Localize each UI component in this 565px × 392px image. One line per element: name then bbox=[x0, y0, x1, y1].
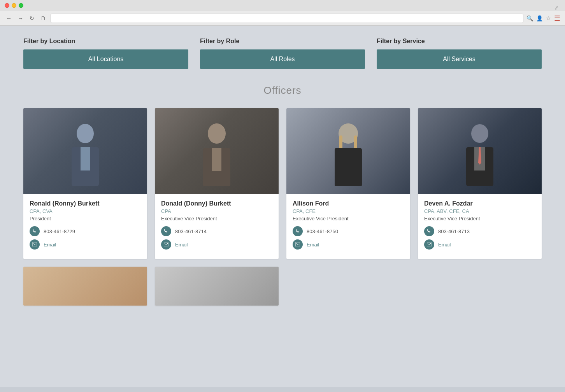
officer-phone-text-0: 803-461-8729 bbox=[44, 229, 75, 234]
officer-card-0: Ronald (Ronny) Burkett CPA, CVA Presiden… bbox=[23, 108, 147, 259]
officer-name-3: Deven A. Fozdar bbox=[424, 200, 535, 207]
svg-point-13 bbox=[471, 124, 488, 143]
officer-email-3[interactable]: Email bbox=[424, 239, 535, 250]
officer-phone-text-1: 803-461-8714 bbox=[175, 229, 207, 234]
officer-card-partial-1 bbox=[155, 267, 279, 306]
officer-credentials-0: CPA, CVA bbox=[30, 208, 141, 214]
officer-title-2: Executive Vice President bbox=[293, 216, 404, 221]
address-bar[interactable] bbox=[51, 14, 523, 23]
officer-phone-3: 803-461-8713 bbox=[424, 226, 535, 236]
officers-grid: Ronald (Ronny) Burkett CPA, CVA Presiden… bbox=[23, 108, 542, 259]
officer-title-3: Executive Vice President bbox=[424, 216, 535, 221]
traffic-light-green[interactable] bbox=[19, 3, 23, 8]
officer-email-0[interactable]: Email bbox=[30, 239, 141, 250]
forward-button[interactable]: → bbox=[16, 14, 25, 22]
email-icon-2 bbox=[293, 239, 303, 250]
browser-titlebar: ⤢ bbox=[0, 0, 565, 11]
officer-email-text-1[interactable]: Email bbox=[175, 242, 188, 248]
officer-card-partial-0 bbox=[23, 267, 147, 306]
officer-email-text-0[interactable]: Email bbox=[44, 242, 56, 248]
phone-icon-0 bbox=[30, 226, 40, 236]
officer-phone-text-2: 803-461-8750 bbox=[307, 229, 338, 234]
back-button[interactable]: ← bbox=[5, 14, 13, 22]
phone-icon-2 bbox=[293, 226, 303, 236]
officers-title: Officers bbox=[23, 84, 542, 97]
officer-info-3: Deven A. Fozdar CPA, ABV, CFE, CA Execut… bbox=[418, 194, 542, 259]
svg-rect-16 bbox=[474, 147, 485, 171]
refresh-button[interactable]: ↻ bbox=[28, 14, 36, 22]
browser-icons: 🔍 👤 ☆ ☰ bbox=[526, 14, 560, 23]
officer-name-2: Allison Ford bbox=[293, 200, 404, 207]
svg-rect-6 bbox=[212, 148, 221, 171]
browser-chrome: ⤢ ← → ↻ 🗋 🔍 👤 ☆ ☰ bbox=[0, 0, 565, 26]
officer-email-text-3[interactable]: Email bbox=[438, 242, 451, 248]
page-content: Filter by Location All Locations Filter … bbox=[0, 26, 565, 387]
officer-credentials-3: CPA, ABV, CFE, CA bbox=[424, 208, 535, 214]
officer-title-1: Executive Vice President bbox=[161, 216, 272, 221]
filter-location-group: Filter by Location All Locations bbox=[23, 38, 188, 69]
email-icon-3 bbox=[424, 239, 434, 250]
email-icon-1 bbox=[161, 239, 171, 250]
svg-rect-2 bbox=[81, 147, 90, 171]
officer-name-1: Donald (Donny) Burkett bbox=[161, 200, 272, 207]
officer-email-text-2[interactable]: Email bbox=[307, 242, 319, 248]
officer-phone-2: 803-461-8750 bbox=[293, 226, 404, 236]
svg-point-0 bbox=[77, 124, 94, 143]
officer-phone-1: 803-461-8714 bbox=[161, 226, 272, 236]
officer-phone-text-3: 803-461-8713 bbox=[438, 229, 470, 234]
filter-location-button[interactable]: All Locations bbox=[23, 49, 188, 69]
phone-icon-3 bbox=[424, 226, 434, 236]
browser-toolbar: ← → ↻ 🗋 🔍 👤 ☆ ☰ bbox=[0, 11, 565, 26]
user-icon[interactable]: 👤 bbox=[536, 15, 543, 21]
menu-icon[interactable]: ☰ bbox=[554, 14, 560, 23]
officer-name-0: Ronald (Ronny) Burkett bbox=[30, 200, 141, 207]
officer-photo-2 bbox=[286, 108, 410, 194]
maximize-icon[interactable]: ⤢ bbox=[554, 5, 559, 11]
partial-photo-1 bbox=[155, 267, 279, 306]
officer-phone-0: 803-461-8729 bbox=[30, 226, 141, 236]
traffic-lights bbox=[5, 3, 23, 8]
officer-title-0: President bbox=[30, 216, 141, 221]
traffic-light-red[interactable] bbox=[5, 3, 9, 8]
officer-photo-1 bbox=[155, 108, 279, 194]
search-icon[interactable]: 🔍 bbox=[526, 15, 533, 21]
filter-role-button[interactable]: All Roles bbox=[200, 49, 365, 69]
traffic-light-yellow[interactable] bbox=[12, 3, 16, 8]
officer-card-2: Allison Ford CPA, CFE Executive Vice Pre… bbox=[286, 108, 410, 259]
filter-section: Filter by Location All Locations Filter … bbox=[23, 38, 542, 69]
filter-role-group: Filter by Role All Roles bbox=[200, 38, 365, 69]
officer-card-1: Donald (Donny) Burkett CPA Executive Vic… bbox=[155, 108, 279, 259]
filter-role-label: Filter by Role bbox=[200, 38, 365, 45]
filter-service-button[interactable]: All Services bbox=[377, 49, 542, 69]
officer-email-2[interactable]: Email bbox=[293, 239, 404, 250]
officers-grid-bottom bbox=[23, 267, 542, 306]
officer-info-2: Allison Ford CPA, CFE Executive Vice Pre… bbox=[286, 194, 410, 259]
officer-card-3: Deven A. Fozdar CPA, ABV, CFE, CA Execut… bbox=[418, 108, 542, 259]
officer-photo-3 bbox=[418, 108, 542, 194]
phone-icon-1 bbox=[161, 226, 171, 236]
officer-photo-0 bbox=[23, 108, 147, 194]
empty-slot-0 bbox=[286, 267, 410, 306]
officer-email-1[interactable]: Email bbox=[161, 239, 272, 250]
bookmark-icon[interactable]: ☆ bbox=[546, 15, 551, 21]
filter-service-label: Filter by Service bbox=[377, 38, 542, 45]
officer-info-1: Donald (Donny) Burkett CPA Executive Vic… bbox=[155, 194, 279, 259]
page-icon: 🗋 bbox=[39, 14, 47, 22]
empty-slot-1 bbox=[418, 267, 542, 306]
partial-photo-0 bbox=[23, 267, 147, 306]
officer-credentials-2: CPA, CFE bbox=[293, 208, 404, 214]
officer-credentials-1: CPA bbox=[161, 208, 272, 214]
email-icon-0 bbox=[30, 239, 40, 250]
svg-point-4 bbox=[208, 123, 226, 144]
filter-service-group: Filter by Service All Services bbox=[377, 38, 542, 69]
filter-location-label: Filter by Location bbox=[23, 38, 188, 45]
officer-info-0: Ronald (Ronny) Burkett CPA, CVA Presiden… bbox=[23, 194, 147, 259]
svg-rect-11 bbox=[335, 148, 362, 186]
officers-section-heading: Officers bbox=[23, 84, 542, 97]
